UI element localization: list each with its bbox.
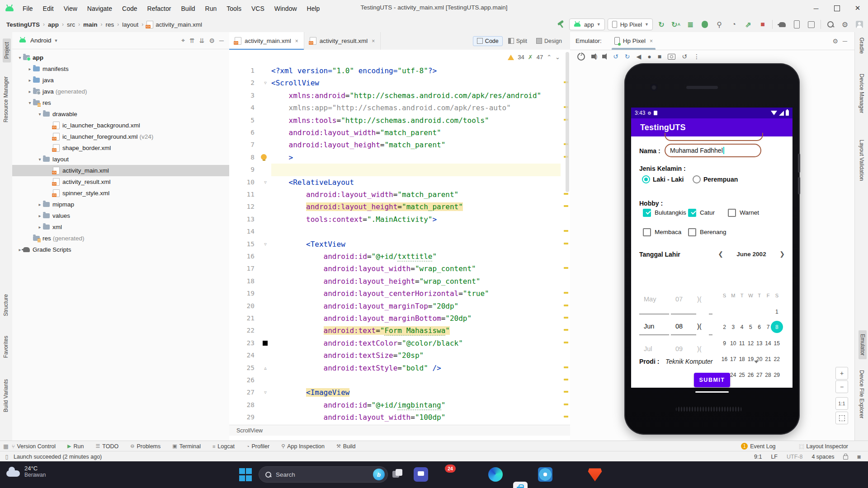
- calendar-day-10[interactable]: 10: [729, 339, 737, 348]
- checkbox-Berenang[interactable]: [688, 228, 696, 236]
- chevron-right-icon[interactable]: ▸: [27, 78, 33, 83]
- spinner-year-clipped[interactable]: )(: [697, 345, 702, 352]
- editor-breadcrumb[interactable]: ScrollView: [229, 425, 570, 436]
- chevron-right-icon[interactable]: ▸: [37, 213, 43, 218]
- calendar-day-16[interactable]: 16: [720, 355, 729, 364]
- power-icon[interactable]: [577, 53, 585, 61]
- mode-code[interactable]: Code: [473, 36, 503, 46]
- toolwindow-app-inspection[interactable]: ⚲App Inspection: [281, 443, 325, 450]
- calendar-day-9[interactable]: 9: [720, 339, 729, 348]
- menu-file[interactable]: File: [18, 3, 38, 14]
- hide-panel-icon[interactable]: ─: [219, 37, 224, 44]
- radio-Perempuan[interactable]: [693, 175, 701, 183]
- calendar-day-12[interactable]: 12: [746, 339, 755, 348]
- snapshot-icon[interactable]: ↺: [682, 53, 687, 60]
- tree-item-res[interactable]: ▾res: [12, 97, 229, 108]
- toolwindow-build[interactable]: ⚒Build: [336, 443, 356, 450]
- strip-layout-validation[interactable]: Layout Validation: [859, 140, 865, 181]
- menu-code[interactable]: Code: [118, 3, 142, 14]
- maximize-icon[interactable]: [826, 0, 847, 16]
- checkbox-Membaca[interactable]: [643, 228, 651, 236]
- toolwindow-run[interactable]: ▶Run: [67, 443, 84, 450]
- locate-file-icon[interactable]: ⌖: [181, 37, 185, 44]
- tree-item-xml[interactable]: ▸xml: [12, 221, 229, 233]
- editor-scrollbar[interactable]: [566, 52, 569, 192]
- prodi-dropdown-icon[interactable]: [754, 361, 759, 363]
- checkbox-Catur[interactable]: [688, 209, 696, 217]
- checkbox-Bulutangkis[interactable]: [643, 209, 651, 217]
- overview-icon[interactable]: ■: [658, 53, 661, 60]
- emulator-hide-icon[interactable]: ─: [843, 38, 847, 45]
- project-view-selector[interactable]: Android: [30, 37, 52, 44]
- tree-item-shape-border-xml[interactable]: shape_border.xml: [12, 142, 229, 154]
- sdk-manager-icon[interactable]: [805, 19, 817, 30]
- editor-tab-activity_result.xml[interactable]: activity_result.xml×: [304, 32, 381, 50]
- taskbar-app-store[interactable]: [513, 482, 528, 488]
- toolwindow-layout-inspector[interactable]: ⿴Layout Inspector: [799, 443, 848, 450]
- inspection-widget[interactable]: 34 ✗ 47 ⌃ ⌄: [508, 54, 560, 61]
- tree-item-ic-launcher-background-xml[interactable]: ic_launcher_background.xml: [12, 120, 229, 131]
- calendar-day-28[interactable]: 28: [764, 371, 773, 380]
- apply-code-changes-icon[interactable]: ≣: [684, 19, 696, 30]
- device-manager-icon[interactable]: [791, 19, 802, 30]
- caret-position[interactable]: 9:1: [754, 454, 762, 460]
- menu-edit[interactable]: Edit: [38, 3, 58, 14]
- minimize-icon[interactable]: ─: [806, 0, 826, 16]
- breadcrumb-item-TestingUTS[interactable]: TestingUTS: [6, 21, 40, 28]
- strip-device-manager[interactable]: Device Manager: [859, 74, 865, 113]
- tree-item-java[interactable]: ▸java(generated): [12, 86, 229, 97]
- run-configuration-select[interactable]: app▼: [569, 19, 605, 30]
- back-icon[interactable]: ◀: [636, 53, 641, 60]
- prev-issue-icon[interactable]: ⌃: [547, 54, 552, 61]
- checkbox-Warnet[interactable]: [728, 209, 736, 217]
- taskbar-app-photos[interactable]: [538, 467, 552, 482]
- debug-icon[interactable]: [699, 19, 711, 30]
- expand-all-icon[interactable]: ⇈: [189, 37, 195, 44]
- rotate-left-icon[interactable]: ↺: [613, 53, 618, 60]
- toolwindow-profiler[interactable]: ◔Profiler: [246, 443, 269, 450]
- taskbar-search[interactable]: Search b: [259, 466, 388, 483]
- calendar-day-3[interactable]: 3: [729, 323, 737, 332]
- profile-low-overhead-icon[interactable]: ⇗: [742, 19, 754, 30]
- prodi-spinner[interactable]: Teknik Komputer: [665, 358, 713, 365]
- volume-up-icon[interactable]: [591, 55, 594, 58]
- close-tab-icon[interactable]: ×: [295, 38, 298, 44]
- chevron-down-icon[interactable]: ▾: [27, 100, 33, 105]
- calendar-day-26[interactable]: 26: [746, 371, 755, 380]
- calendar-day-11[interactable]: 11: [738, 339, 746, 348]
- menu-refactor[interactable]: Refactor: [143, 3, 176, 14]
- chevron-right-icon[interactable]: ▸: [27, 89, 33, 94]
- menu-run[interactable]: Run: [201, 3, 222, 14]
- attach-debugger-icon[interactable]: ⚲: [713, 19, 725, 30]
- rotate-right-icon[interactable]: ↻: [625, 53, 630, 60]
- menu-view[interactable]: View: [59, 3, 82, 14]
- volume-button[interactable]: [798, 154, 800, 173]
- tree-item-spinner-style-xml[interactable]: spinner_style.xml: [12, 188, 229, 199]
- taskbar-app-explorer[interactable]: [463, 467, 478, 482]
- device-select[interactable]: Hp Pixel▼: [608, 19, 653, 30]
- menu-tools[interactable]: Tools: [222, 3, 246, 14]
- chevron-right-icon[interactable]: ▸: [37, 225, 43, 230]
- calendar-day-18[interactable]: 18: [738, 355, 746, 364]
- spinner-day[interactable]: 07: [675, 296, 683, 303]
- tree-item-mipmap[interactable]: ▸mipmap: [12, 199, 229, 210]
- taskbar-app-brave[interactable]: [588, 467, 602, 482]
- home-icon[interactable]: ●: [647, 53, 651, 60]
- chevron-down-icon[interactable]: ▾: [37, 112, 43, 117]
- breadcrumb-item-res[interactable]: res: [106, 21, 114, 28]
- settings-gear-icon[interactable]: ⚙: [839, 19, 851, 30]
- zoom-reset-button[interactable]: 1:1: [835, 397, 848, 410]
- calendar-view[interactable]: ❮ June 2002 ❯ SMTWTFS1234567891011121314…: [715, 247, 788, 383]
- prev-month-icon[interactable]: ❮: [715, 250, 726, 258]
- taskbar-app-whatsapp[interactable]: 24: [439, 467, 453, 482]
- calendar-day-15[interactable]: 15: [773, 339, 781, 348]
- breadcrumb-item-activity_main.xml[interactable]: activity_main.xml: [156, 21, 202, 28]
- next-month-icon[interactable]: ❯: [777, 250, 788, 258]
- spinner-month[interactable]: May: [644, 296, 656, 303]
- menu-help[interactable]: Help: [302, 3, 325, 14]
- close-tab-icon[interactable]: ×: [650, 38, 653, 44]
- calendar-day-22[interactable]: 22: [773, 355, 781, 364]
- toolwindow-todo[interactable]: ☰TODO: [95, 443, 118, 450]
- taskbar-weather[interactable]: 24°C Berawan: [6, 465, 46, 478]
- calendar-day-8[interactable]: 8: [773, 323, 781, 332]
